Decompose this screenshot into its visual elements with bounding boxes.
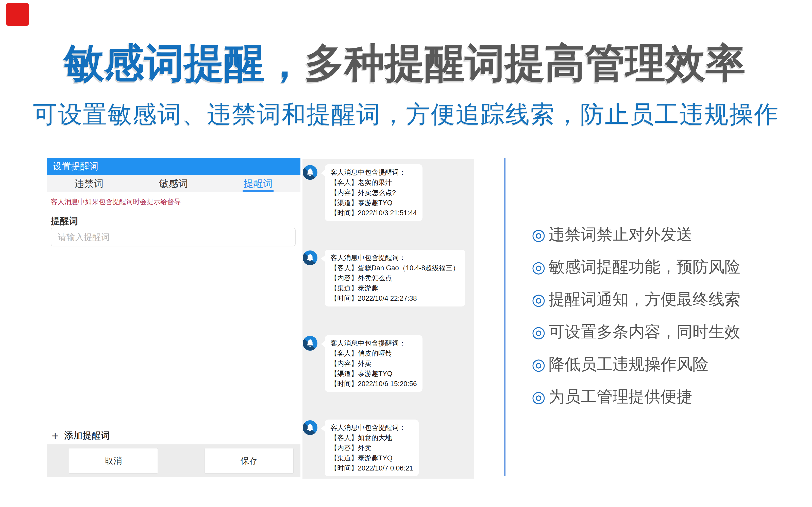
benefit-item: ◎提醒词通知，方便最终线索 — [531, 288, 741, 310]
dialog-title: 设置提醒词 — [53, 160, 98, 173]
page-title-rest: 多种提醒词提高管理效率 — [305, 41, 746, 85]
slide-root: 敏感词提醒，多种提醒词提高管理效率 可设置敏感词、违禁词和提醒词，方便追踪线索，… — [0, 0, 812, 507]
benefit-text: 违禁词禁止对外发送 — [549, 224, 693, 245]
benefit-item: ◎违禁词禁止对外发送 — [531, 224, 741, 245]
benefit-text: 降低员工违规操作风险 — [549, 353, 708, 375]
divider-line — [504, 158, 505, 476]
ring-bullet-icon: ◎ — [531, 356, 546, 373]
page-subtitle: 可设置敏感词、违禁词和提醒词，方便追踪线索，防止员工违规操作 — [0, 98, 812, 131]
benefit-text: 可设置多条内容，同时生效 — [549, 321, 741, 343]
reminder-word-label: 提醒词 — [51, 215, 78, 227]
add-reminder-word-text: 添加提醒词 — [64, 430, 110, 442]
benefit-text: 为员工管理提供便捷 — [549, 386, 693, 408]
bell-icon — [303, 165, 317, 180]
notification-feed: 客人消息中包含提醒词： 【客人】老实的果汁 【内容】外卖怎么点? 【渠道】泰游趣… — [302, 159, 474, 478]
notification-card: 客人消息中包含提醒词： 【客人】蛋糕Dan Gao（10.4-8超级福三） 【内… — [325, 250, 465, 306]
benefit-item: ◎可设置多条内容，同时生效 — [531, 321, 741, 343]
benefit-item: ◎敏感词提醒功能，预防风险 — [531, 256, 741, 278]
benefit-text: 敏感词提醒功能，预防风险 — [549, 256, 741, 278]
notification-card: 客人消息中包含提醒词： 【客人】俏皮的哑铃 【内容】外卖 【渠道】泰游趣TYQ … — [325, 335, 422, 392]
save-button[interactable]: 保存 — [205, 448, 294, 473]
page-title-highlight: 敏感词提醒， — [64, 41, 305, 85]
benefit-item: ◎降低员工违规操作风险 — [531, 353, 741, 375]
reminder-hint-text: 客人消息中如果包含提醒词时会提示给督导 — [51, 197, 181, 206]
settings-dialog: 设置提醒词 违禁词 敏感词 提醒词 客人消息中如果包含提醒词时会提示给督导 提醒… — [47, 158, 300, 477]
dialog-footer: 取消 保存 — [47, 444, 300, 477]
logo-mark — [6, 3, 29, 26]
notification-card: 客人消息中包含提醒词： 【客人】老实的果汁 【内容】外卖怎么点? 【渠道】泰游趣… — [325, 164, 422, 221]
tab-forbidden-words[interactable]: 违禁词 — [47, 175, 131, 192]
ring-bullet-icon: ◎ — [531, 291, 546, 307]
ring-bullet-icon: ◎ — [531, 259, 546, 275]
ring-bullet-icon: ◎ — [531, 389, 546, 405]
benefits-list: ◎违禁词禁止对外发送 ◎敏感词提醒功能，预防风险 ◎提醒词通知，方便最终线索 ◎… — [531, 224, 741, 418]
notification-card: 客人消息中包含提醒词： 【客人】如意的大地 【内容】外卖 【渠道】泰游趣TYQ … — [325, 419, 419, 476]
ring-bullet-icon: ◎ — [531, 227, 546, 242]
cancel-button[interactable]: 取消 — [69, 448, 158, 473]
tab-sensitive-words[interactable]: 敏感词 — [131, 175, 216, 192]
plus-icon: + — [52, 430, 59, 442]
dialog-tabs: 违禁词 敏感词 提醒词 — [47, 175, 300, 192]
add-reminder-word-link[interactable]: + 添加提醒词 — [52, 430, 110, 442]
dialog-header: 设置提醒词 — [47, 158, 300, 175]
benefit-item: ◎为员工管理提供便捷 — [531, 386, 741, 408]
tab-reminder-words[interactable]: 提醒词 — [216, 175, 300, 192]
bell-icon — [303, 250, 317, 265]
ring-bullet-icon: ◎ — [531, 324, 546, 340]
bell-icon — [303, 336, 317, 351]
page-title: 敏感词提醒，多种提醒词提高管理效率 — [64, 43, 746, 83]
reminder-word-input[interactable] — [51, 228, 296, 246]
benefit-text: 提醒词通知，方便最终线索 — [549, 288, 741, 310]
bell-icon — [303, 420, 317, 435]
